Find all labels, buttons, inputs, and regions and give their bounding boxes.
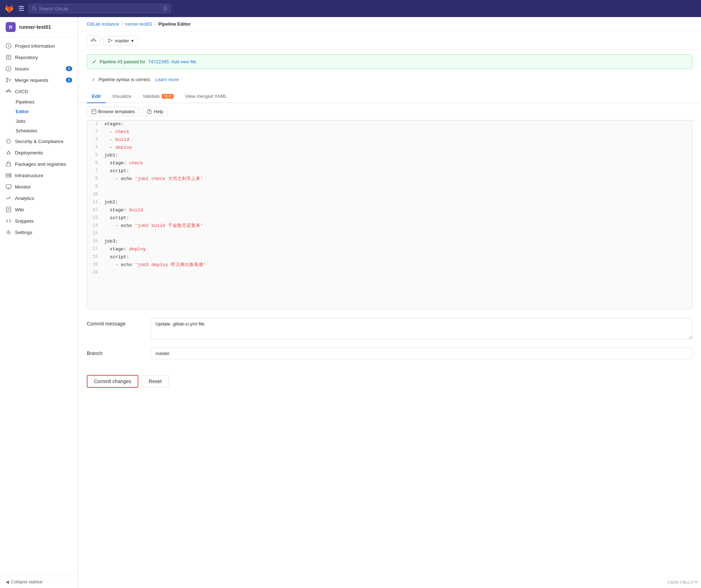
svg-point-16 (8, 89, 9, 91)
code-line-13: 13 script: (87, 214, 692, 222)
code-line-9: 9 (87, 183, 692, 191)
code-line-extra-3 (87, 298, 692, 309)
sidebar-item-cicd[interactable]: CI/CD (0, 86, 78, 97)
code-line-8: 8 - echo 'job1 check 大河之剑天上来' (87, 175, 692, 183)
settings-icon (6, 229, 11, 235)
svg-point-4 (8, 44, 9, 45)
template-icon (91, 109, 96, 114)
sidebar-subitem-pipelines[interactable]: Pipelines (16, 97, 78, 107)
branch-row: Branch (87, 348, 692, 359)
sidebar-item-monitor[interactable]: Monitor (0, 181, 78, 192)
svg-line-1 (35, 9, 36, 11)
editor-toolbar: Browse templates Help (78, 103, 701, 120)
collapse-sidebar-btn[interactable]: ◀ Collapse sidebar (0, 576, 78, 588)
branch-selector-btn[interactable]: master ▾ (103, 36, 138, 46)
sidebar-item-label: Project information (15, 43, 55, 49)
code-editor[interactable]: 1 stages: 2 - check 3 - build 4 - deploy… (87, 120, 692, 309)
sidebar-item-label: Analytics (15, 196, 34, 201)
tab-visualize[interactable]: Visualize (107, 90, 137, 103)
svg-point-32 (93, 38, 94, 40)
svg-point-35 (108, 41, 110, 43)
svg-point-0 (32, 7, 35, 10)
tab-merged-yaml-label: View merged YAML (185, 94, 227, 99)
gitlab-logo-icon (4, 4, 14, 14)
search-bar[interactable]: / (28, 4, 171, 13)
page-toolbar: master ▾ (78, 31, 701, 50)
code-line-12: 12 stage: build (87, 207, 692, 214)
menu-icon[interactable]: ☰ (18, 5, 24, 12)
pipeline-success-alert: ✓ Pipeline #3 passed for 74722395: Add n… (87, 54, 692, 69)
code-line-7: 7 script: (87, 168, 692, 175)
pipeline-view-btn[interactable] (87, 36, 100, 46)
svg-point-36 (111, 40, 112, 41)
sidebar-item-packages-registries[interactable]: Packages and registries (0, 158, 78, 170)
code-line-15: 15 (87, 230, 692, 238)
search-input[interactable] (39, 6, 160, 11)
svg-point-31 (91, 40, 92, 41)
commit-changes-btn[interactable]: Commit changes (87, 375, 138, 388)
top-navigation: ☰ / (0, 0, 701, 17)
sidebar-project[interactable]: R runner-test01 (0, 17, 78, 37)
wiki-icon (6, 207, 11, 212)
sidebar-item-issues[interactable]: Issues 0 (0, 63, 78, 74)
sidebar-item-deployments[interactable]: Deployments (0, 147, 78, 158)
sidebar: R runner-test01 Project information Repo… (0, 17, 78, 588)
branch-field[interactable] (151, 348, 692, 359)
sidebar-nav: Project information Repository Issues 0 … (0, 37, 78, 576)
svg-point-13 (6, 81, 8, 82)
sidebar-item-merge-requests[interactable]: Merge requests 0 (0, 74, 78, 86)
code-line-18: 18 script: (87, 254, 692, 261)
sidebar-item-analytics[interactable]: Analytics (0, 192, 78, 204)
breadcrumb-sep-1: › (121, 21, 123, 27)
tab-edit[interactable]: Edit (87, 90, 106, 103)
branch-icon (108, 38, 113, 43)
branch-input[interactable] (151, 348, 692, 359)
svg-point-17 (10, 91, 11, 92)
commit-message-field[interactable]: Update .gitlab-ci.yml file (151, 318, 692, 340)
pipeline-link[interactable]: 74722395: Add new file (148, 59, 196, 64)
sidebar-item-repository[interactable]: Repository (0, 52, 78, 63)
sidebar-subitem-editor[interactable]: Editor (16, 107, 78, 116)
branch-label: Branch (87, 348, 144, 356)
sidebar-item-snippets[interactable]: Snippets (0, 215, 78, 227)
sidebar-item-settings[interactable]: Settings (0, 227, 78, 238)
breadcrumb-gitlab-instance[interactable]: GitLab Instance (87, 21, 119, 27)
help-btn[interactable]: Help (142, 107, 168, 116)
browse-templates-btn[interactable]: Browse templates (87, 107, 139, 116)
sidebar-item-label: Merge requests (15, 78, 48, 83)
tab-validate[interactable]: Validate NEW (138, 90, 179, 103)
sidebar-item-wiki[interactable]: Wiki (0, 204, 78, 215)
code-line-1: 1 stages: (87, 121, 692, 128)
sidebar-item-label: Snippets (15, 218, 34, 224)
package-icon (6, 161, 11, 167)
cicd-icon (6, 89, 11, 94)
pipeline-icon (91, 38, 96, 43)
tab-view-merged-yaml[interactable]: View merged YAML (180, 90, 232, 103)
sidebar-item-project-information[interactable]: Project information (0, 40, 78, 52)
help-label: Help (154, 109, 163, 114)
breadcrumb-runner-test01[interactable]: runner-test01 (125, 21, 152, 27)
branch-name: master (115, 38, 129, 43)
issues-badge: 0 (66, 66, 72, 71)
cicd-subnav: Pipelines Editor Jobs Schedules (0, 97, 78, 136)
breadcrumb-current: Pipeline Editor (158, 21, 191, 27)
code-line-19: 19 - echo 'job3 deploy 呼儿将出换美酒' (87, 261, 692, 269)
reset-btn[interactable]: Reset (142, 375, 169, 387)
merge-icon (6, 77, 11, 83)
collapse-label: Collapse sidebar (11, 579, 43, 584)
learn-more-link[interactable]: Learn more (155, 77, 179, 82)
code-line-6: 6 stage: check (87, 160, 692, 168)
commit-message-textarea[interactable]: Update .gitlab-ci.yml file (151, 318, 692, 339)
browse-templates-label: Browse templates (98, 109, 135, 114)
tab-validate-label: Validate (143, 94, 160, 99)
sidebar-item-infrastructure[interactable]: Infrastructure (0, 170, 78, 181)
breadcrumb-sep-2: › (155, 21, 156, 27)
form-actions: Commit changes Reset (78, 375, 701, 396)
sidebar-subitem-schedules[interactable]: Schedules (16, 126, 78, 136)
info-icon (6, 43, 11, 49)
svg-rect-23 (6, 185, 11, 188)
sidebar-item-security-compliance[interactable]: Security & Compliance (0, 136, 78, 147)
avatar: R (6, 22, 16, 32)
code-line-extra-2 (87, 288, 692, 298)
sidebar-subitem-jobs[interactable]: Jobs (16, 116, 78, 126)
